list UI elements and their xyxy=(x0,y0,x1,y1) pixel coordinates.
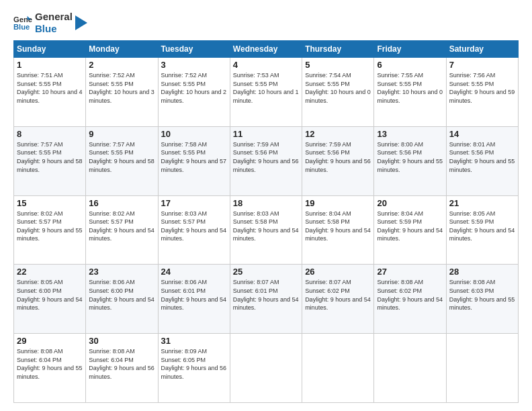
cell-sun-info: Sunrise: 8:02 AMSunset: 5:57 PMDaylight:… xyxy=(17,210,83,243)
calendar-cell: 26Sunrise: 8:07 AMSunset: 6:02 PMDayligh… xyxy=(302,265,374,334)
calendar-header-tuesday: Tuesday xyxy=(158,41,230,58)
calendar-cell: 3Sunrise: 7:52 AMSunset: 5:55 PMDaylight… xyxy=(158,58,230,127)
cell-sun-info: Sunrise: 7:59 AMSunset: 5:56 PMDaylight:… xyxy=(305,140,371,174)
calendar-cell: 29Sunrise: 8:08 AMSunset: 6:04 PMDayligh… xyxy=(14,334,86,403)
day-number: 9 xyxy=(89,129,154,139)
calendar-cell: 14Sunrise: 8:01 AMSunset: 5:56 PMDayligh… xyxy=(446,126,518,195)
day-number: 11 xyxy=(233,129,299,139)
day-number: 27 xyxy=(377,267,443,277)
cell-sun-info: Sunrise: 7:57 AMSunset: 5:55 PMDaylight:… xyxy=(89,140,154,174)
cell-sun-info: Sunrise: 8:05 AMSunset: 5:59 PMDaylight:… xyxy=(449,210,515,243)
day-number: 25 xyxy=(233,267,299,277)
calendar-cell: 30Sunrise: 8:08 AMSunset: 6:04 PMDayligh… xyxy=(86,334,158,403)
day-number: 18 xyxy=(233,198,299,208)
cell-sun-info: Sunrise: 8:01 AMSunset: 5:56 PMDaylight:… xyxy=(449,140,515,174)
calendar-cell: 20Sunrise: 8:04 AMSunset: 5:59 PMDayligh… xyxy=(374,195,446,265)
day-number: 31 xyxy=(161,336,227,346)
day-number: 21 xyxy=(449,198,515,208)
calendar-week-row: 15Sunrise: 8:02 AMSunset: 5:57 PMDayligh… xyxy=(14,195,519,265)
cell-sun-info: Sunrise: 8:00 AMSunset: 5:56 PMDaylight:… xyxy=(377,140,443,174)
calendar-cell xyxy=(446,334,518,403)
calendar-cell: 11Sunrise: 7:59 AMSunset: 5:56 PMDayligh… xyxy=(230,126,302,195)
day-number: 19 xyxy=(305,198,371,208)
logo-arrow-icon xyxy=(75,15,87,30)
day-number: 22 xyxy=(17,267,83,277)
cell-sun-info: Sunrise: 7:53 AMSunset: 5:55 PMDaylight:… xyxy=(233,71,299,105)
cell-sun-info: Sunrise: 8:06 AMSunset: 6:01 PMDaylight:… xyxy=(161,278,227,312)
calendar-cell: 12Sunrise: 7:59 AMSunset: 5:56 PMDayligh… xyxy=(302,126,374,195)
svg-marker-3 xyxy=(75,15,87,30)
day-number: 12 xyxy=(305,129,371,139)
calendar-cell: 28Sunrise: 8:08 AMSunset: 6:03 PMDayligh… xyxy=(446,265,518,334)
day-number: 17 xyxy=(161,198,227,208)
cell-sun-info: Sunrise: 8:07 AMSunset: 6:01 PMDaylight:… xyxy=(233,278,299,312)
day-number: 8 xyxy=(17,129,83,139)
day-number: 13 xyxy=(377,129,443,139)
cell-sun-info: Sunrise: 8:07 AMSunset: 6:02 PMDaylight:… xyxy=(305,278,371,312)
header: General Blue General Blue xyxy=(13,11,519,35)
day-number: 1 xyxy=(17,60,83,70)
calendar-cell: 15Sunrise: 8:02 AMSunset: 5:57 PMDayligh… xyxy=(14,195,86,265)
calendar-cell: 4Sunrise: 7:53 AMSunset: 5:55 PMDaylight… xyxy=(230,58,302,127)
calendar-cell: 9Sunrise: 7:57 AMSunset: 5:55 PMDaylight… xyxy=(86,126,158,195)
cell-sun-info: Sunrise: 8:08 AMSunset: 6:03 PMDaylight:… xyxy=(449,278,515,312)
calendar-cell: 22Sunrise: 8:05 AMSunset: 6:00 PMDayligh… xyxy=(14,265,86,334)
calendar-cell: 5Sunrise: 7:54 AMSunset: 5:55 PMDaylight… xyxy=(302,58,374,127)
day-number: 3 xyxy=(161,60,227,70)
day-number: 29 xyxy=(17,336,83,346)
day-number: 15 xyxy=(17,198,83,208)
cell-sun-info: Sunrise: 7:55 AMSunset: 5:55 PMDaylight:… xyxy=(377,71,443,105)
calendar-week-row: 1Sunrise: 7:51 AMSunset: 5:55 PMDaylight… xyxy=(14,58,519,127)
calendar-cell xyxy=(230,334,302,403)
calendar-cell: 23Sunrise: 8:06 AMSunset: 6:00 PMDayligh… xyxy=(86,265,158,334)
calendar-cell: 7Sunrise: 7:56 AMSunset: 5:55 PMDaylight… xyxy=(446,58,518,127)
cell-sun-info: Sunrise: 7:59 AMSunset: 5:56 PMDaylight:… xyxy=(233,140,299,174)
calendar-cell: 25Sunrise: 8:07 AMSunset: 6:01 PMDayligh… xyxy=(230,265,302,334)
day-number: 10 xyxy=(161,129,227,139)
calendar-cell: 17Sunrise: 8:03 AMSunset: 5:57 PMDayligh… xyxy=(158,195,230,265)
calendar-header-saturday: Saturday xyxy=(446,41,518,58)
calendar-header-friday: Friday xyxy=(374,41,446,58)
day-number: 4 xyxy=(233,60,299,70)
calendar-week-row: 22Sunrise: 8:05 AMSunset: 6:00 PMDayligh… xyxy=(14,265,519,334)
calendar-week-row: 29Sunrise: 8:08 AMSunset: 6:04 PMDayligh… xyxy=(14,334,519,403)
calendar-cell: 27Sunrise: 8:08 AMSunset: 6:02 PMDayligh… xyxy=(374,265,446,334)
cell-sun-info: Sunrise: 8:02 AMSunset: 5:57 PMDaylight:… xyxy=(89,210,154,243)
day-number: 20 xyxy=(377,198,443,208)
calendar-cell: 16Sunrise: 8:02 AMSunset: 5:57 PMDayligh… xyxy=(86,195,158,265)
cell-sun-info: Sunrise: 7:56 AMSunset: 5:55 PMDaylight:… xyxy=(449,71,515,105)
calendar-header-wednesday: Wednesday xyxy=(230,41,302,58)
logo-blue: Blue xyxy=(35,23,73,35)
calendar-cell: 6Sunrise: 7:55 AMSunset: 5:55 PMDaylight… xyxy=(374,58,446,127)
day-number: 2 xyxy=(89,60,154,70)
calendar-cell: 10Sunrise: 7:58 AMSunset: 5:55 PMDayligh… xyxy=(158,126,230,195)
day-number: 5 xyxy=(305,60,371,70)
logo-general: General xyxy=(35,11,73,23)
cell-sun-info: Sunrise: 7:52 AMSunset: 5:55 PMDaylight:… xyxy=(161,71,227,105)
cell-sun-info: Sunrise: 8:08 AMSunset: 6:04 PMDaylight:… xyxy=(89,347,154,381)
day-number: 26 xyxy=(305,267,371,277)
calendar-cell: 13Sunrise: 8:00 AMSunset: 5:56 PMDayligh… xyxy=(374,126,446,195)
calendar-cell: 8Sunrise: 7:57 AMSunset: 5:55 PMDaylight… xyxy=(14,126,86,195)
cell-sun-info: Sunrise: 8:05 AMSunset: 6:00 PMDaylight:… xyxy=(17,278,83,312)
calendar-cell: 21Sunrise: 8:05 AMSunset: 5:59 PMDayligh… xyxy=(446,195,518,265)
day-number: 7 xyxy=(449,60,515,70)
cell-sun-info: Sunrise: 7:54 AMSunset: 5:55 PMDaylight:… xyxy=(305,71,371,105)
cell-sun-info: Sunrise: 8:03 AMSunset: 5:58 PMDaylight:… xyxy=(233,210,299,243)
calendar-table: SundayMondayTuesdayWednesdayThursdayFrid… xyxy=(13,40,519,403)
cell-sun-info: Sunrise: 8:08 AMSunset: 6:02 PMDaylight:… xyxy=(377,278,443,312)
calendar-week-row: 8Sunrise: 7:57 AMSunset: 5:55 PMDaylight… xyxy=(14,126,519,195)
calendar-cell xyxy=(374,334,446,403)
calendar-cell: 1Sunrise: 7:51 AMSunset: 5:55 PMDaylight… xyxy=(14,58,86,127)
cell-sun-info: Sunrise: 8:04 AMSunset: 5:59 PMDaylight:… xyxy=(377,210,443,243)
calendar-header-row: SundayMondayTuesdayWednesdayThursdayFrid… xyxy=(14,41,519,58)
page: General Blue General Blue SundayMondayTu… xyxy=(0,0,532,411)
day-number: 30 xyxy=(89,336,154,346)
cell-sun-info: Sunrise: 7:52 AMSunset: 5:55 PMDaylight:… xyxy=(89,71,154,105)
cell-sun-info: Sunrise: 7:58 AMSunset: 5:55 PMDaylight:… xyxy=(161,140,227,174)
day-number: 28 xyxy=(449,267,515,277)
calendar-cell: 31Sunrise: 8:09 AMSunset: 6:05 PMDayligh… xyxy=(158,334,230,403)
cell-sun-info: Sunrise: 7:51 AMSunset: 5:55 PMDaylight:… xyxy=(17,71,83,105)
day-number: 6 xyxy=(377,60,443,70)
day-number: 14 xyxy=(449,129,515,139)
